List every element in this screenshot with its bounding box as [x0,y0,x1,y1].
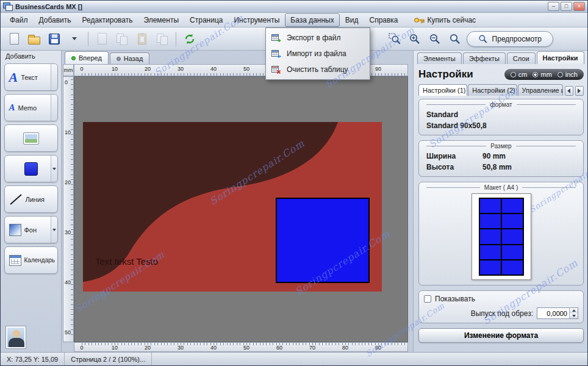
add-line-button[interactable]: Линия [4,185,58,213]
text-button-grip[interactable] [51,64,57,90]
bleed-settings-box: Показывать Выпуск под обрез: [418,290,584,323]
cut-button[interactable] [93,30,110,48]
new-document-button[interactable] [5,30,23,48]
menu-tools[interactable]: Инструменты [228,13,285,27]
add-background-label: Фон [24,226,37,234]
add-image-button[interactable] [4,124,58,152]
card-text-element[interactable]: Text tekst Testo [95,256,158,267]
text-icon: A [9,71,18,84]
table-import-icon [271,49,281,58]
unit-cm-label: cm [518,71,528,78]
subtab-color-management[interactable]: Управление ц [518,84,563,96]
menu-bar: Файл Добавить Редактировать Элементы Стр… [1,13,587,27]
chevron-down-icon [72,37,77,40]
duplicate-icon [157,34,168,45]
add-calendar-label: Календарь [24,257,55,264]
subtab-settings-1[interactable]: Настройки (1) [418,84,467,96]
show-bleed-checkbox[interactable] [424,295,431,303]
zoom-selection-button[interactable] [386,30,403,48]
minimize-button[interactable]: – [548,2,559,11]
refresh-button[interactable] [181,30,198,48]
tab-back-side[interactable]: Назад [110,52,150,64]
show-bleed-label: Показывать [435,295,475,303]
shape-dropdown-arrow[interactable] [51,156,57,182]
unit-option-cm[interactable]: cm [511,71,528,78]
bleed-spin-down-button[interactable] [570,314,578,319]
unit-option-inch[interactable]: inch [558,71,578,78]
radio-icon [511,72,516,77]
maximize-button[interactable]: □ [561,2,572,11]
copy-button[interactable] [113,30,131,48]
width-row: Ширина 90 mm [426,151,576,162]
menu-item-label: Экспорт в файл [287,34,340,42]
menu-view[interactable]: Вид [340,13,364,27]
subtab-scroll-right-button[interactable] [575,86,584,96]
duplicate-button[interactable] [154,30,171,48]
save-button[interactable] [46,30,63,48]
buy-now-button[interactable]: Купить сейчас [410,14,480,26]
tab-back-label: Назад [124,55,143,62]
close-button[interactable]: × [573,2,585,11]
ruler-tick: 0 [65,79,68,85]
menu-help[interactable]: Справка [364,13,403,27]
menu-add[interactable]: Добавить [34,13,77,27]
menu-item-clear-table[interactable]: Очистить таблицу [267,62,368,77]
zoom-fit-button[interactable] [446,30,464,48]
menu-edit[interactable]: Редактировать [77,13,138,27]
tab-elements[interactable]: Элементы [417,52,462,64]
page-status: Страница 2 / 2 (100%)... [65,353,152,365]
panel-tabs: Элементы Эффекты Слои Настройки [414,51,588,64]
subtab-scroll-left-button[interactable] [565,86,573,96]
tab-effects[interactable]: Эффекты [463,52,506,64]
layout-card-cell [502,245,523,259]
key-icon [414,16,425,24]
background-dropdown-arrow[interactable] [51,217,57,243]
ruler-tick: 20 [145,345,151,351]
format-size: Standard 90x50,8 [426,120,576,131]
tab-settings[interactable]: Настройки [537,51,584,64]
width-label: Ширина [426,152,482,160]
zoom-out-button[interactable] [426,30,443,48]
bleed-spin-up-button[interactable] [570,308,578,314]
paste-button[interactable] [134,30,151,48]
toolbar-separator [88,32,88,46]
subtab-settings-2[interactable]: Настройки (2) [468,84,517,96]
add-background-button[interactable]: Фон [4,216,58,243]
ruler-tick: 50 [65,329,71,336]
tab-layers[interactable]: Слои [507,52,536,64]
a4-layout-preview[interactable] [471,193,531,280]
blue-rectangle-element[interactable] [276,198,370,283]
unit-option-mm[interactable]: mm [532,71,551,78]
menu-item-import-from-file[interactable]: Импорт из файла [267,46,368,62]
menu-page[interactable]: Страница [184,13,228,27]
status-filler [152,353,588,365]
card-design-viewport[interactable]: Text tekst Testo [74,76,408,342]
zoom-selection-icon [389,33,401,45]
height-row: Высота 50,8 mm [426,162,576,173]
radio-selected-icon [532,72,538,77]
card-grid [479,198,524,276]
zoom-in-button[interactable] [406,30,423,48]
business-card-canvas[interactable]: Text tekst Testo [83,122,382,292]
shape-icon [24,162,38,176]
ruler-tick: 30 [177,345,184,351]
menu-database[interactable]: База данных [285,13,339,27]
bleed-amount-input[interactable] [537,308,569,318]
preview-button[interactable]: Предпросмотр [467,31,553,47]
menu-item-export-to-file[interactable]: Экспорт в файл [267,30,368,46]
add-text-button[interactable]: A Текст [4,63,58,91]
add-memo-button[interactable]: A Memo [4,94,58,121]
tab-front-side[interactable]: Вперед [65,51,109,64]
gallery-person-thumbnail[interactable] [6,326,26,348]
save-options-dropdown[interactable] [66,30,83,48]
layout-group: Макет ( A4 ) [418,182,584,285]
add-calendar-button[interactable]: Календарь [4,246,58,274]
add-shape-button[interactable] [4,155,58,182]
change-format-button[interactable]: Изменение формата [418,328,584,343]
green-dot-icon [71,56,76,60]
memo-button-grip[interactable] [51,95,57,121]
menu-file[interactable]: Файл [4,13,34,27]
menu-elements[interactable]: Элементы [138,13,184,27]
ruler-tick: 90 [375,66,381,72]
open-file-button[interactable] [26,30,43,48]
